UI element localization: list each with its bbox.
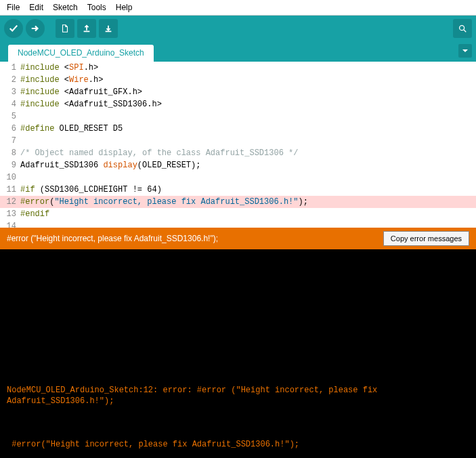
menu-sketch[interactable]: Sketch	[49, 1, 82, 14]
file-icon	[60, 24, 70, 33]
open-button[interactable]	[77, 19, 96, 38]
copy-error-button[interactable]: Copy error messages	[383, 231, 469, 246]
code-line: #define OLED_RESET D5	[20, 123, 476, 135]
verify-button[interactable]	[4, 19, 23, 38]
serial-monitor-icon	[458, 24, 467, 33]
menu-tools[interactable]: Tools	[83, 1, 110, 14]
arrow-right-icon	[30, 24, 40, 33]
menu-bar: File Edit Sketch Tools Help	[0, 0, 476, 16]
save-button[interactable]	[99, 19, 118, 38]
line-number: 2	[0, 74, 20, 86]
code-line: Adafruit_SSD1306 display(OLED_RESET);	[20, 159, 476, 171]
line-number: 6	[0, 123, 20, 135]
code-line-error: #error("Height incorrect, please fix Ada…	[20, 196, 476, 208]
serial-monitor-button[interactable]	[453, 19, 472, 38]
console-line: NodeMCU_OLED_Arduino_Sketch:12: error: #…	[7, 385, 469, 407]
menu-file[interactable]: File	[3, 1, 24, 14]
line-number: 9	[0, 159, 20, 171]
line-number: 5	[0, 110, 20, 123]
error-bar: #error ("Height incorrect, please fix Ad…	[0, 228, 476, 249]
menu-help[interactable]: Help	[112, 1, 137, 14]
line-number: 12	[0, 196, 20, 208]
line-number: 1	[0, 62, 20, 74]
console-output[interactable]: NodeMCU_OLED_Arduino_Sketch:12: error: #…	[0, 249, 476, 458]
menu-edit[interactable]: Edit	[25, 1, 47, 14]
error-summary: #error ("Height incorrect, please fix Ad…	[7, 234, 218, 243]
arrow-up-icon	[82, 24, 91, 33]
line-number: 14	[0, 220, 20, 228]
code-line: /* Object named display, of the class Ad…	[20, 147, 476, 159]
code-line: #include <Adafruit_SSD1306.h>	[20, 98, 476, 110]
code-line: #include <SPI.h>	[20, 62, 476, 74]
tab-sketch[interactable]: NodeMCU_OLED_Arduino_Sketch	[8, 45, 154, 62]
line-number: 3	[0, 86, 20, 98]
check-icon	[9, 24, 18, 33]
chevron-down-icon	[462, 47, 469, 54]
line-number: 7	[0, 135, 20, 147]
line-number: 13	[0, 208, 20, 220]
tab-menu-button[interactable]	[458, 44, 472, 58]
upload-button[interactable]	[26, 19, 45, 38]
new-button[interactable]	[56, 19, 74, 38]
code-line: #include <Wire.h>	[20, 74, 476, 86]
arrow-down-icon	[104, 24, 113, 33]
code-line: #endif	[20, 208, 476, 220]
code-line: #if (SSD1306_LCDHEIGHT != 64)	[20, 184, 476, 196]
line-number: 10	[0, 171, 20, 184]
svg-point-0	[460, 26, 464, 30]
line-number: 8	[0, 147, 20, 159]
toolbar	[0, 16, 476, 41]
line-number: 4	[0, 98, 20, 110]
console-line: #error("Height incorrect, please fix Ada…	[7, 439, 469, 450]
code-editor[interactable]: 1#include <SPI.h> 2#include <Wire.h> 3#i…	[0, 62, 476, 228]
line-number: 11	[0, 184, 20, 196]
code-line: #include <Adafruit_GFX.h>	[20, 86, 476, 98]
tab-bar: NodeMCU_OLED_Arduino_Sketch	[0, 41, 476, 62]
